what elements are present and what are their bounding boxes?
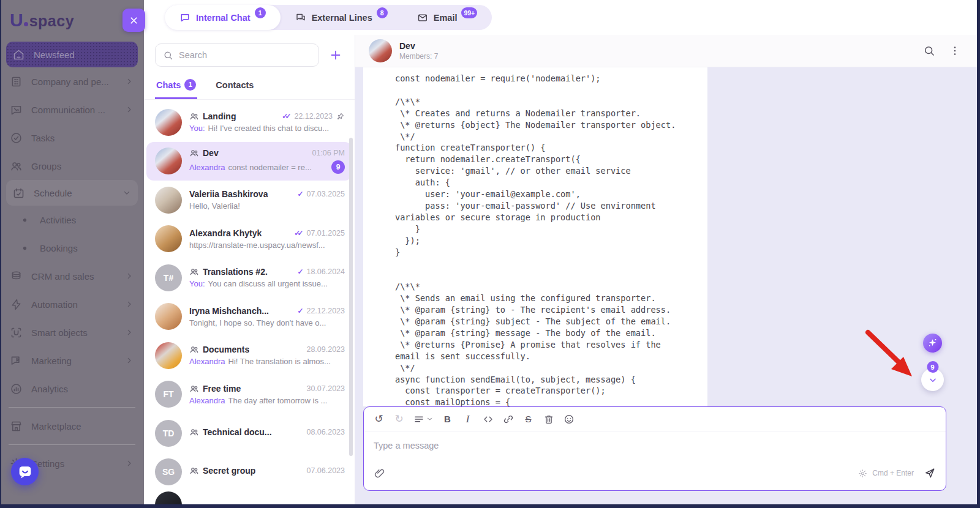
message-input[interactable]: Type a message — [364, 431, 946, 462]
chat-list-tab[interactable]: Chats 1 — [155, 74, 197, 99]
uspacy-logo[interactable]: Uspacy — [10, 10, 74, 35]
redo-icon: ↻ — [394, 414, 405, 425]
marketing-icon — [10, 354, 23, 367]
composer-tool[interactable]: B — [437, 411, 458, 428]
sidebar-item[interactable]: CRM and sales — [0, 262, 144, 290]
chat-row[interactable]: Landing ✓✓ 22.12.2023 You: Hi! I've crea… — [144, 103, 355, 142]
logo-u: U — [10, 10, 23, 31]
pin-icon — [336, 112, 345, 121]
code-line: \* @param {string} message - The body of… — [395, 327, 699, 339]
sidebar-menu: Newsfeed Company and pe... Communication… — [0, 39, 144, 477]
message-author: Alexandra — [189, 357, 225, 366]
people-small-icon — [189, 148, 199, 158]
composer-tool[interactable]: ↻ — [389, 411, 409, 428]
dot-icon — [18, 242, 31, 255]
composer-tool[interactable] — [559, 411, 579, 428]
chat-row[interactable] — [144, 491, 355, 504]
sidebar-item[interactable]: Bookings — [0, 234, 144, 262]
chat-row[interactable]: SG Secret group 07.06.2023 — [144, 453, 355, 492]
code-line: const nodemailer = require('nodemailer')… — [395, 73, 699, 84]
sidebar-item-label: Smart objects — [31, 327, 116, 338]
sidebar-item[interactable]: Groups — [0, 152, 144, 180]
channel-tab[interactable]: Internal Chat 1 — [165, 5, 281, 30]
sidebar-item[interactable]: Analytics — [0, 375, 144, 403]
chat-name: Iryna Mishchanch... — [189, 306, 269, 316]
composer-tool[interactable] — [498, 411, 518, 428]
sidebar-item[interactable]: Marketplace — [0, 412, 144, 440]
building-icon — [10, 75, 23, 88]
chat-row[interactable]: TD Technical docu... 08.06.2023 — [144, 414, 355, 453]
channel-tab-badge: 99+ — [461, 7, 477, 18]
chat-row[interactable]: Alexandra Khytyk ✓✓ 07.01.2025 https://t… — [144, 220, 355, 259]
code-line: /\*\* — [395, 281, 699, 293]
message-preview: https://translate-me.uspacy.ua/newsf... — [189, 241, 325, 250]
sidebar-item[interactable]: Company and pe... — [0, 67, 144, 95]
chevron-right-icon — [124, 356, 134, 365]
chevron-down-icon — [927, 375, 938, 386]
code-line: pass: 'your-email-password' // Use envir… — [395, 200, 699, 212]
attach-file-icon[interactable] — [374, 468, 385, 479]
support-chat-widget-button[interactable] — [11, 458, 39, 485]
composer-tool[interactable]: ↺ — [369, 411, 389, 428]
code-line: }); — [395, 235, 699, 247]
sidebar-item-label: Newsfeed — [34, 50, 132, 60]
chat-row[interactable]: Iryna Mishchanch... ✓ 22.12.2023 Tonight… — [144, 297, 355, 337]
scroll-to-bottom-button[interactable]: 9 — [921, 368, 944, 391]
sidebar-item[interactable]: Newsfeed — [6, 42, 138, 67]
channel-tab[interactable]: Email 99+ — [402, 5, 492, 30]
code-line — [395, 258, 699, 269]
channel-tab[interactable]: External Lines 8 — [281, 5, 402, 30]
avatar — [155, 148, 182, 174]
message-preview: Tonight, I hope so. They don't have o... — [189, 318, 326, 327]
undo-icon: ↺ — [374, 414, 385, 425]
sidebar-item[interactable]: Schedule — [6, 180, 138, 206]
conversation-search-icon[interactable] — [923, 45, 935, 57]
avatar — [155, 303, 182, 330]
search-input[interactable] — [179, 50, 311, 60]
chat-list-tab[interactable]: Contacts — [214, 74, 255, 99]
chat-timestamp: 18.06.2024 — [306, 267, 345, 276]
code-line: user: 'your-email@example.com', — [395, 189, 699, 200]
sidebar-item[interactable] — [9, 444, 135, 445]
composer-tool[interactable]: S — [518, 411, 538, 428]
chat-row[interactable]: Dev 01:06 PM Alexandra const nodemailer … — [146, 142, 352, 181]
new-chat-button[interactable] — [329, 48, 342, 62]
envelope-icon — [417, 12, 428, 23]
sidebar-close-button[interactable] — [123, 9, 145, 32]
sidebar-item-label: Marketing — [31, 356, 116, 366]
read-check-icon: ✓ — [297, 307, 303, 315]
message-author: You: — [189, 279, 205, 288]
code-line: } — [395, 247, 699, 258]
send-shortcut-label: Cmd + Enter — [872, 469, 914, 477]
chat-list-scrollbar[interactable] — [349, 138, 353, 456]
send-settings-gear-icon[interactable] — [858, 469, 867, 478]
conversation-menu-icon[interactable] — [949, 45, 961, 57]
trash-icon — [543, 414, 554, 425]
chevron-right-icon — [124, 105, 134, 114]
chat-list-tabs: Chats 1 Contacts — [144, 73, 355, 100]
sidebar-item[interactable]: Tasks — [0, 124, 144, 152]
sidebar-item[interactable]: Activities — [0, 206, 144, 234]
chat-row[interactable]: T# Translations #2. ✓ 18.06.2024 — [144, 258, 355, 297]
composer-tool[interactable]: I — [458, 411, 478, 428]
sidebar-item[interactable]: Communication ... — [0, 95, 144, 124]
composer-tool[interactable] — [409, 411, 437, 428]
composer-tool[interactable] — [538, 411, 559, 428]
composer-tool[interactable] — [478, 411, 498, 428]
chat-name: Free time — [203, 384, 241, 394]
channel-tab-label: External Lines — [312, 13, 372, 23]
chat-list-panel: Chats 1 Contacts — [144, 35, 355, 504]
send-message-icon[interactable] — [924, 467, 936, 479]
people-small-icon — [189, 267, 199, 277]
chat-row[interactable]: Valeriia Bashkirova ✓ 07.03.2025 Hello, … — [144, 181, 355, 220]
sidebar-item[interactable]: Smart objects — [0, 318, 144, 346]
sidebar-item[interactable]: Marketing — [0, 346, 144, 375]
chat-row[interactable]: Documents 28.09.2023 Alexandra Hi! The t… — [144, 336, 355, 375]
sidebar-item[interactable] — [9, 407, 135, 408]
read-check-icon: ✓ — [297, 267, 303, 276]
sidebar-item[interactable]: Automation — [0, 290, 144, 318]
sidebar-item-label: Settings — [31, 458, 116, 469]
chat-row[interactable]: FT Free time 30.07.2023 — [144, 375, 355, 414]
ai-assistant-button[interactable] — [923, 334, 942, 353]
chat-list-tab-badge: 1 — [184, 79, 196, 91]
